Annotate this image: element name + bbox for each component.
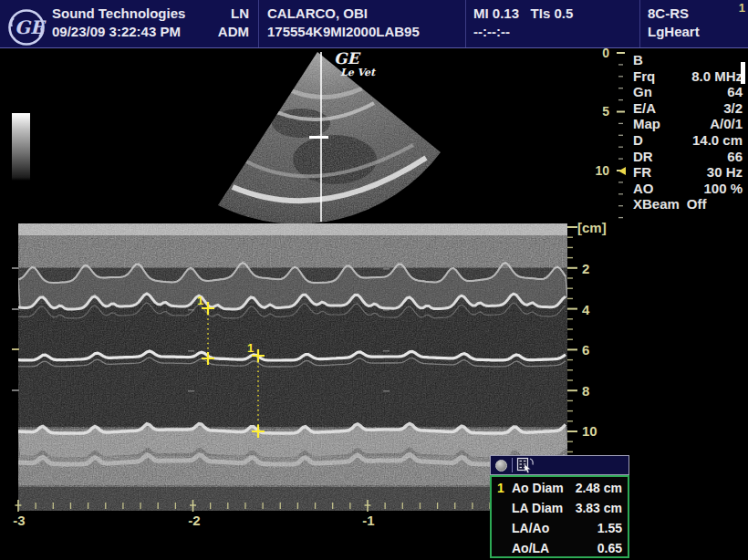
depth-label-5: 5 [591, 104, 609, 119]
focus-marker-icon [618, 167, 626, 175]
header-bar: GE Sound Technologies LN 09/23/09 3:22:4… [0, 0, 748, 48]
measurement-results-panel: 1 Ao Diam 2.48 cm LA Diam 3.83 cm LA/Ao … [490, 475, 629, 558]
caliper-label: 1 [197, 294, 203, 307]
probe-name: 8C-RS [648, 5, 748, 23]
page-indicator: 1 [739, 1, 745, 15]
header-probe-section: 8C-RS LgHeart 1 [640, 0, 748, 47]
mm-depth-6: 6 [582, 342, 589, 358]
edge-marker [741, 62, 745, 84]
measure-tool-icon[interactable] [516, 457, 540, 473]
mmode-image: 1 1 [18, 223, 567, 511]
time-label-m2: -2 [188, 513, 200, 528]
svg-text:GE: GE [15, 16, 47, 38]
model-text: Le Vet [340, 67, 375, 78]
facility-code: LN [231, 5, 249, 23]
result-row-ao-diam: 1 Ao Diam 2.48 cm [492, 478, 628, 498]
param-row-ea: E/A3/2 [633, 100, 743, 117]
result-row-ao-la: Ao/LA 0.65 [492, 538, 628, 558]
param-row-depth: D14.0 cm [633, 132, 743, 149]
status-circle-icon [495, 460, 507, 472]
mm-depth-8: 8 [582, 383, 589, 399]
param-row-mode: B [633, 52, 743, 68]
header-patient-section: CALARCO, OBI 175554K9MI2000LAB95 [259, 0, 466, 47]
preset-name: LgHeart [648, 23, 748, 41]
datetime: 09/23/09 3:22:43 PM [52, 23, 181, 41]
result-row-la-diam: LA Diam 3.83 cm [492, 498, 628, 518]
param-row-fr: FR30 Hz [633, 164, 743, 181]
ge-logo: GE [6, 7, 47, 47]
facility-name: Sound Technologies [52, 5, 185, 23]
results-window-titlebar[interactable] [490, 455, 629, 475]
timer-display: --:--:-- [473, 23, 639, 41]
acoustic-output: MI 0.13 TIs 0.5 [473, 5, 639, 23]
mm-depth-10: 10 [582, 423, 597, 439]
caliper-label: 1 [247, 341, 254, 355]
operator-id: ADM [218, 23, 249, 41]
depth-label-10: 10 [591, 163, 609, 178]
patient-name: CALARCO, OBI [267, 5, 465, 23]
depth-scale-2d [593, 50, 634, 228]
depth-unit-label: [cm] [577, 220, 607, 235]
brand-text: GE [334, 51, 375, 67]
time-label-m3: -3 [13, 513, 25, 528]
vendor-watermark: GE Le Vet [334, 51, 375, 78]
mm-depth-2: 2 [582, 261, 589, 276]
ultrasound-screen: GE Sound Technologies LN 09/23/09 3:22:4… [0, 0, 748, 560]
param-row-map: MapA/0/1 [633, 116, 743, 132]
param-row-xbeam: XBeamOff [633, 196, 743, 213]
param-row-frq: Frq8.0 MHz [633, 68, 743, 85]
patient-id: 175554K9MI2000LAB95 [267, 23, 465, 41]
header-output-section: MI 0.13 TIs 0.5 --:--:-- [466, 0, 640, 47]
time-label-m1: -1 [362, 513, 374, 528]
param-row-ao: AO100 % [633, 181, 743, 197]
parameter-panel: B Frq8.0 MHz Gn64 E/A3/2 MapA/0/1 D14.0 … [633, 52, 743, 213]
depth-label-0: 0 [591, 46, 609, 60]
mmode-cursor-caliper[interactable] [309, 136, 328, 139]
header-facility-section: GE Sound Technologies LN 09/23/09 3:22:4… [0, 0, 259, 47]
param-row-gain: Gn64 [633, 84, 743, 100]
param-row-dr: DR66 [633, 149, 743, 165]
mm-depth-4: 4 [582, 302, 589, 317]
result-row-la-ao: LA/Ao 1.55 [492, 518, 628, 538]
titlebar-divider [512, 458, 513, 472]
grayscale-bar [12, 113, 30, 181]
